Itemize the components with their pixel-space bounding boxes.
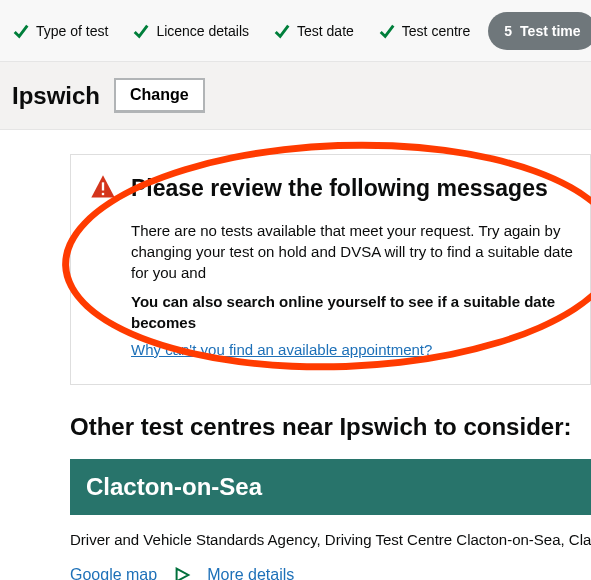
location-name: Ipswich bbox=[12, 82, 100, 110]
other-centres-section: Other test centres near Ipswich to consi… bbox=[70, 413, 591, 580]
other-centres-heading: Other test centres near Ipswich to consi… bbox=[70, 413, 591, 441]
step-label: Test centre bbox=[402, 23, 470, 39]
check-icon bbox=[273, 22, 291, 40]
play-triangle-icon bbox=[173, 566, 191, 580]
step-type-of-test[interactable]: Type of test bbox=[0, 0, 120, 61]
step-label: Test date bbox=[297, 23, 354, 39]
step-test-date[interactable]: Test date bbox=[261, 0, 366, 61]
step-label: Type of test bbox=[36, 23, 108, 39]
step-label: Licence details bbox=[156, 23, 249, 39]
warning-triangle-icon bbox=[89, 173, 117, 201]
change-button[interactable]: Change bbox=[114, 78, 205, 113]
alert-help-link[interactable]: Why can't you find an available appointm… bbox=[131, 341, 432, 358]
content-area: Please review the following messages The… bbox=[0, 154, 591, 580]
progress-stepper: Type of test Licence details Test date T… bbox=[0, 0, 591, 62]
step-label: Test time bbox=[520, 23, 580, 39]
google-map-link[interactable]: Google map bbox=[70, 566, 157, 580]
check-icon bbox=[12, 22, 30, 40]
alert-region: Please review the following messages The… bbox=[70, 154, 591, 385]
centre-address: Driver and Vehicle Standards Agency, Dri… bbox=[70, 531, 591, 548]
location-bar: Ipswich Change bbox=[0, 62, 591, 130]
centre-links: Google map More details bbox=[70, 566, 591, 580]
centre-name-header: Clacton-on-Sea bbox=[70, 459, 591, 515]
more-details-link[interactable]: More details bbox=[207, 566, 294, 580]
step-test-centre[interactable]: Test centre bbox=[366, 0, 482, 61]
alert-heading: Please review the following messages bbox=[131, 175, 578, 202]
alert-box: Please review the following messages The… bbox=[70, 154, 591, 385]
step-test-time[interactable]: 5 Test time bbox=[488, 12, 591, 50]
svg-rect-0 bbox=[102, 182, 104, 190]
check-icon bbox=[132, 22, 150, 40]
check-icon bbox=[378, 22, 396, 40]
alert-body-1: There are no tests available that meet y… bbox=[131, 220, 578, 283]
alert-body-2: You can also search online yourself to s… bbox=[131, 291, 578, 333]
step-licence-details[interactable]: Licence details bbox=[120, 0, 261, 61]
svg-marker-2 bbox=[177, 569, 189, 580]
svg-rect-1 bbox=[102, 193, 104, 195]
step-number: 5 bbox=[504, 23, 512, 39]
